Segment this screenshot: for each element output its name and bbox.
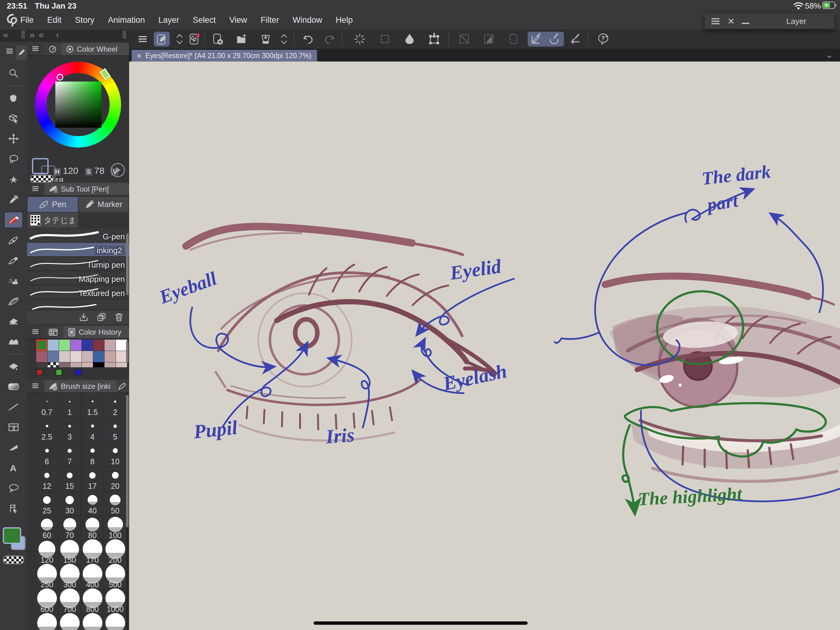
history-swatch[interactable] [36,340,47,351]
menu-file[interactable]: File [20,15,34,25]
import-brush-icon[interactable] [79,312,88,322]
brush-size-cell[interactable]: 1.5 [81,393,104,418]
tool-decoration[interactable] [0,291,27,311]
history-swatch[interactable] [104,362,115,367]
history-swatch[interactable] [70,362,82,367]
history-swatch[interactable] [36,351,47,362]
brush-size-cell[interactable] [81,615,104,630]
collapse-left2-icon[interactable]: « [39,30,44,40]
tool-eraser[interactable] [0,311,27,332]
brush-size-cell[interactable]: 150 [58,541,81,565]
history-swatch[interactable] [82,362,93,367]
deselect-icon[interactable] [377,32,393,46]
save-expand-icon[interactable] [276,32,292,46]
brush-size-cell[interactable]: 250 [36,565,58,590]
brush-size-cell[interactable]: 200 [104,541,126,565]
tool-lasso[interactable] [0,149,27,169]
history-swatch[interactable] [116,362,127,367]
brush-size-cell[interactable]: 600 [36,590,58,614]
brush-size-cell[interactable]: 17 [81,467,104,491]
history-swatch[interactable] [70,340,82,351]
quick-color-swatch[interactable] [75,369,82,375]
color-history-menu-icon[interactable] [32,331,38,332]
transparent-swatch[interactable] [30,175,54,183]
sub-tool-group-marker[interactable]: Marker [79,197,129,212]
tabbar-collapse-chevron-icon[interactable]: ⌄ [826,49,833,60]
brush-size-cell[interactable]: 50 [104,492,126,516]
history-swatch[interactable] [59,351,70,362]
brush-size-cell[interactable]: 70 [58,516,81,540]
tool-move[interactable] [0,128,27,149]
drag-handle-icon[interactable]: ⫼ [21,30,25,40]
menu-select[interactable]: Select [193,15,216,25]
color-wheel-tab[interactable]: Color Wheel [62,43,129,55]
toolbar-expand-icon[interactable] [172,32,188,46]
brush-size-cell[interactable]: 20 [104,467,126,491]
home-indicator[interactable] [314,621,527,625]
history-swatch[interactable] [47,340,59,351]
tool-airbrush[interactable] [0,271,27,291]
menu-window[interactable]: Window [293,15,322,25]
menu-story[interactable]: Story [75,15,95,25]
fill-droplet-icon[interactable] [401,32,418,46]
tool-eyedropper[interactable] [0,190,27,210]
sub-tool-menu-icon[interactable] [32,188,38,189]
menu-view[interactable]: View [229,15,247,25]
brush-size-menu-icon[interactable] [32,385,38,386]
brush-size-cell[interactable] [104,615,126,630]
brush-size-cell[interactable]: 300 [58,565,81,590]
snap-to-special-ruler-icon[interactable] [546,32,562,46]
tool-figure[interactable] [0,397,27,417]
brush-list-item[interactable]: G-pen [27,229,129,243]
brush-size-tab[interactable]: Brush size [inki [44,380,119,393]
quick-access-icon[interactable] [154,32,170,46]
brush-list-item-partial[interactable] [27,299,129,310]
tool-magic-wand[interactable] [0,169,27,190]
clip-studio-app-icon[interactable] [186,32,202,46]
floating-layer-panel-titlebar[interactable]: ✕ Layer [705,14,834,29]
brush-size-cell[interactable]: 8 [81,442,104,467]
history-swatch[interactable] [36,362,47,367]
history-swatch[interactable] [59,340,70,351]
main-color-swatch[interactable] [3,527,21,544]
drag-handle2-icon[interactable]: ⫼ [122,30,127,40]
tool-pen-selected[interactable] [0,210,27,230]
brush-size-cell[interactable]: 25 [36,492,58,516]
menu-animation[interactable]: Animation [108,15,145,25]
perspective-snap-icon[interactable] [481,32,497,46]
history-swatch[interactable] [82,351,93,362]
history-swatch[interactable] [116,340,127,351]
brush-size-scrollbar[interactable] [126,395,128,527]
brush-size-cell[interactable]: 0.7 [36,393,58,418]
quick-color-swatch[interactable] [56,369,62,375]
save-icon[interactable] [257,32,274,46]
brush-size-cell[interactable]: 15 [58,467,81,491]
sub-tool-group-extra[interactable]: タテじま [28,213,78,228]
tool-panel-menu-icon[interactable] [6,51,13,51]
transform-icon[interactable] [426,32,442,46]
delete-brush-icon[interactable] [114,312,123,322]
color-wheel[interactable] [27,56,129,157]
history-swatch[interactable] [82,340,93,351]
brush-list-item[interactable]: Turnip pen [27,257,129,271]
open-file-icon[interactable] [234,32,249,46]
back-arrow-icon[interactable]: ‹ [56,30,59,40]
history-swatch[interactable] [47,351,59,362]
brush-size-cell[interactable]: 1000 [104,590,126,614]
tool-panel-tab[interactable] [16,46,27,60]
brush-size-cell[interactable]: 100 [104,516,126,540]
new-canvas-icon[interactable] [210,32,226,46]
history-swatch[interactable] [93,340,104,351]
history-swatch[interactable] [70,351,82,362]
snap-to-ruler-icon[interactable] [528,32,544,46]
tool-blend[interactable] [0,332,27,352]
redo-icon[interactable] [322,32,338,46]
brush-size-cell[interactable]: 10 [104,442,126,467]
brush-size-cell[interactable]: 5 [104,418,126,442]
color-wheel-menu-icon[interactable] [32,48,38,49]
collapse-left-icon[interactable]: « [3,30,8,40]
foreground-color-swatch[interactable] [32,158,49,174]
brush-list-scrollbar[interactable] [126,233,128,295]
brush-size-cell[interactable]: 7 [58,442,81,467]
brush-size-cell[interactable]: 170 [81,541,104,565]
